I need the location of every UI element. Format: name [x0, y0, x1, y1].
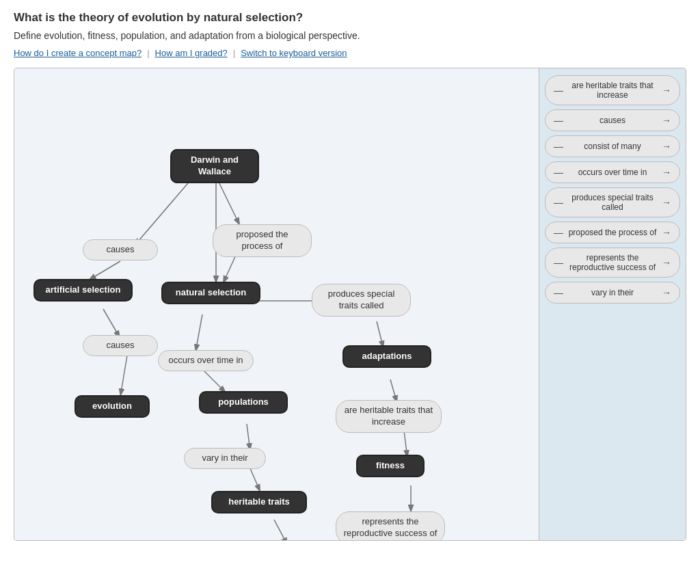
rp-label-3: occurs over time in	[567, 168, 658, 177]
rp-arrow-0: →	[662, 85, 671, 96]
connections-svg	[14, 68, 539, 540]
page-container: What is the theory of evolution by natur…	[0, 0, 700, 552]
rp-arrow-3: →	[662, 167, 671, 178]
right-panel-item-0[interactable]: — are heritable traits that increase →	[545, 75, 680, 105]
svg-line-3	[88, 261, 120, 280]
right-panel-item-7[interactable]: — vary in their →	[545, 282, 680, 304]
rp-dash-2: —	[554, 141, 563, 152]
page-title: What is the theory of evolution by natur…	[14, 11, 686, 25]
main-area: Darwin and Wallace causes proposed the p…	[14, 68, 686, 541]
node-represents[interactable]: represents the reproductive success of	[336, 511, 445, 541]
rp-dash-3: —	[554, 167, 563, 178]
svg-line-11	[250, 468, 260, 492]
page-subtitle: Define evolution, fitness, population, a…	[14, 30, 686, 41]
node-occurs[interactable]: occurs over time in	[158, 350, 254, 371]
svg-line-9	[202, 369, 226, 393]
node-fitness[interactable]: fitness	[356, 455, 425, 477]
node-adaptations[interactable]: adaptations	[342, 345, 431, 368]
rp-label-0: are heritable traits that increase	[567, 81, 658, 100]
link-graded[interactable]: How am I graded?	[155, 48, 228, 58]
right-panel-item-2[interactable]: — consist of many →	[545, 135, 680, 157]
node-heritable-traits[interactable]: heritable traits	[211, 491, 307, 513]
svg-line-5	[120, 356, 127, 397]
svg-line-2	[216, 176, 240, 226]
rp-dash-1: —	[554, 115, 563, 126]
node-causes2[interactable]: causes	[83, 335, 158, 356]
rp-arrow-6: →	[662, 257, 671, 268]
node-are-heritable[interactable]: are heritable traits that increase	[336, 400, 442, 433]
svg-line-10	[247, 424, 250, 451]
svg-line-8	[196, 315, 202, 352]
svg-line-15	[377, 321, 383, 349]
svg-line-1	[134, 174, 196, 246]
node-produces1[interactable]: produces special traits called	[312, 284, 411, 317]
rp-label-6: represents the reproductive success of	[567, 253, 658, 272]
rp-arrow-4: →	[662, 197, 671, 208]
rp-arrow-1: →	[662, 115, 671, 126]
rp-arrow-7: →	[662, 287, 671, 298]
rp-dash-5: —	[554, 227, 563, 238]
rp-dash-4: —	[554, 197, 563, 208]
node-natural-selection[interactable]: natural selection	[161, 282, 260, 304]
svg-line-17	[404, 431, 407, 458]
rp-dash-7: —	[554, 287, 563, 298]
node-artificial-selection[interactable]: artificial selection	[33, 279, 133, 302]
right-panel-item-6[interactable]: — represents the reproductive success of…	[545, 248, 680, 278]
node-varies[interactable]: vary in their	[184, 448, 266, 469]
node-populations[interactable]: populations	[199, 391, 288, 414]
node-darwin[interactable]: Darwin and Wallace	[170, 149, 259, 183]
rp-label-7: vary in their	[567, 288, 658, 297]
rp-label-5: proposed the process of	[567, 228, 658, 237]
rp-arrow-2: →	[662, 141, 671, 152]
rp-label-2: consist of many	[567, 142, 658, 151]
node-causes1[interactable]: causes	[83, 239, 158, 260]
right-panel-item-1[interactable]: — causes →	[545, 109, 680, 131]
svg-line-4	[103, 309, 120, 338]
right-panel-item-4[interactable]: — produces special traits called →	[545, 187, 680, 217]
separator-1: |	[147, 48, 149, 58]
node-proposed[interactable]: proposed the process of	[213, 224, 312, 257]
separator-2: |	[233, 48, 235, 58]
rp-arrow-5: →	[662, 227, 671, 238]
right-panel: — are heritable traits that increase → —…	[539, 68, 686, 540]
rp-dash-6: —	[554, 257, 563, 268]
rp-label-1: causes	[567, 116, 658, 125]
link-keyboard[interactable]: Switch to keyboard version	[241, 48, 347, 58]
concept-map[interactable]: Darwin and Wallace causes proposed the p…	[14, 68, 539, 540]
rp-dash-0: —	[554, 85, 563, 96]
svg-line-12	[274, 520, 288, 540]
right-panel-item-5[interactable]: — proposed the process of →	[545, 222, 680, 243]
right-panel-item-3[interactable]: — occurs over time in →	[545, 161, 680, 183]
rp-label-4: produces special traits called	[567, 193, 658, 212]
node-evolution[interactable]: evolution	[75, 395, 150, 418]
link-create-map[interactable]: How do I create a concept map?	[14, 48, 142, 58]
links-row: How do I create a concept map? | How am …	[14, 48, 686, 58]
